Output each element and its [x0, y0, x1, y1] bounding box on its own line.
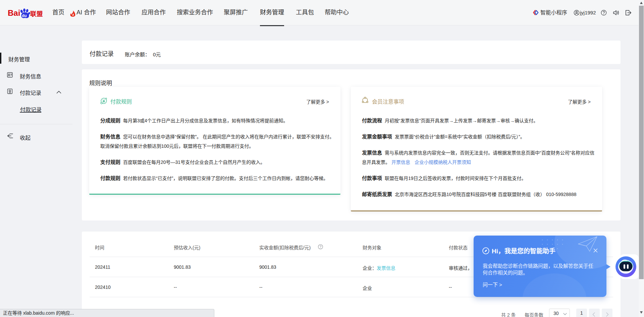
svg-text:联盟: 联盟 — [30, 10, 43, 17]
svg-text:Bai: Bai — [8, 8, 20, 17]
svg-text:du: du — [22, 13, 27, 18]
